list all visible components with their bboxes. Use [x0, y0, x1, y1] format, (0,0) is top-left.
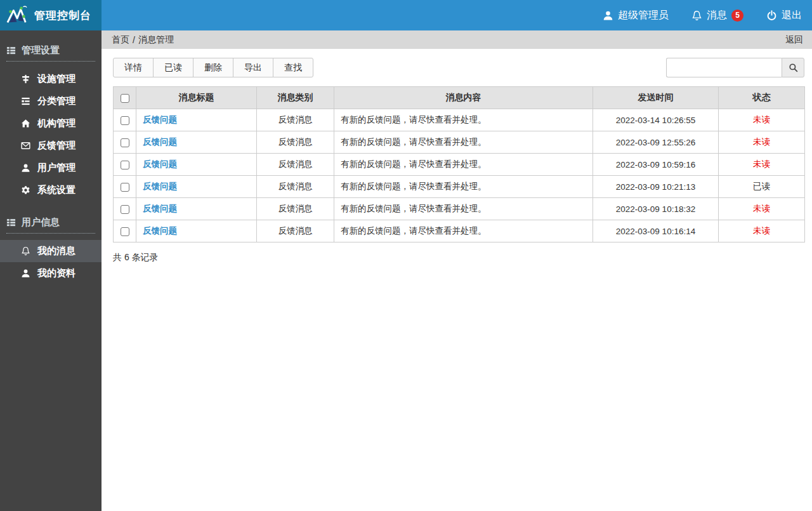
status-cell: 未读	[719, 131, 805, 154]
message-title-link[interactable]: 反馈问题	[143, 204, 177, 213]
brand[interactable]: 管理控制台	[0, 0, 102, 30]
row-checkbox[interactable]	[121, 227, 129, 236]
topbar: 管理控制台 超级管理员 消息 5 退出	[0, 0, 812, 30]
current-user-button[interactable]: 超级管理员	[603, 9, 669, 22]
messages-label: 消息	[707, 9, 727, 22]
send-time-cell: 2022-03-09 10:18:32	[593, 198, 719, 220]
sidebar-item-label: 反馈管理	[37, 140, 75, 152]
message-content-cell: 有新的反馈问题，请尽快查看并处理。	[334, 176, 593, 198]
message-title-cell: 反馈问题	[136, 198, 257, 220]
status-cell: 未读	[719, 198, 805, 220]
search-group	[666, 58, 804, 77]
row-checkbox[interactable]	[121, 138, 129, 147]
back-link[interactable]: 返回	[785, 34, 803, 46]
sidebar-item-system[interactable]: 系统设置	[0, 179, 102, 201]
send-time-cell: 2022-03-09 10:16:14	[593, 220, 719, 242]
sidebar-item-feedback[interactable]: 反馈管理	[0, 135, 102, 157]
home-icon	[21, 119, 30, 128]
row-select-cell	[114, 220, 136, 242]
search-button[interactable]	[782, 58, 804, 77]
sidebar-section-label: 管理设置	[22, 44, 60, 56]
toolbar-button-group: 详情已读删除导出查找	[113, 58, 313, 77]
toolbar-button-detail[interactable]: 详情	[113, 58, 154, 77]
message-content-cell: 有新的反馈问题，请尽快查看并处理。	[334, 198, 593, 220]
message-category-cell: 反馈消息	[257, 131, 334, 154]
toolbar-button-export[interactable]: 导出	[233, 58, 273, 77]
search-input[interactable]	[666, 58, 782, 77]
row-select-cell	[114, 154, 136, 176]
logout-label: 退出	[782, 9, 802, 22]
sidebar-item-label: 用户管理	[37, 162, 75, 174]
row-checkbox[interactable]	[121, 183, 129, 192]
search-icon	[789, 63, 798, 72]
message-category-cell: 反馈消息	[257, 109, 334, 131]
main-area: 管理设置设施管理分类管理机构管理反馈管理用户管理系统设置用户信息我的消息我的资料…	[0, 30, 812, 511]
status-cell: 未读	[719, 109, 805, 131]
user-icon	[21, 163, 30, 173]
sidebar-item-label: 设施管理	[37, 73, 75, 85]
row-select-cell	[114, 198, 136, 220]
status-cell: 已读	[719, 176, 805, 198]
sidebar-item-my-messages[interactable]: 我的消息	[0, 240, 102, 262]
table-header: 消息标题消息类别消息内容发送时间状态	[114, 87, 805, 109]
sidebar-section-title: 用户信息	[0, 211, 102, 233]
status-cell: 未读	[719, 154, 805, 176]
power-icon	[766, 10, 777, 21]
indent-list-icon	[21, 96, 30, 106]
sidebar-item-label: 我的资料	[37, 267, 75, 279]
toolbar-button-delete[interactable]: 删除	[193, 58, 233, 77]
row-select-cell	[114, 176, 136, 198]
messages-badge: 5	[731, 10, 743, 22]
toolbar-button-mark-read[interactable]: 已读	[153, 58, 193, 77]
sidebar-item-my-profile[interactable]: 我的资料	[0, 262, 102, 284]
toolbar-button-find[interactable]: 查找	[273, 58, 313, 77]
message-title-link[interactable]: 反馈问题	[143, 137, 177, 147]
message-content-cell: 有新的反馈问题，请尽快查看并处理。	[334, 131, 593, 154]
user-icon	[603, 10, 613, 21]
content-inner: 详情已读删除导出查找	[102, 49, 812, 263]
col-header-status: 状态	[719, 87, 805, 109]
messages-button[interactable]: 消息 5	[691, 9, 743, 22]
table-header-row: 消息标题消息类别消息内容发送时间状态	[114, 87, 805, 109]
message-title-link[interactable]: 反馈问题	[143, 226, 177, 236]
message-title-cell: 反馈问题	[136, 220, 257, 242]
send-time-cell: 2022-03-09 12:55:26	[593, 131, 719, 154]
message-title-link[interactable]: 反馈问题	[143, 182, 177, 191]
sidebar-item-users[interactable]: 用户管理	[0, 157, 102, 179]
message-title-cell: 反馈问题	[136, 109, 257, 131]
topbar-right: 超级管理员 消息 5 退出	[102, 0, 812, 30]
message-title-link[interactable]: 反馈问题	[143, 115, 177, 124]
status-cell: 未读	[719, 220, 805, 242]
content: 首页 / 消息管理 返回 详情已读删除导出查找	[102, 30, 812, 511]
col-header-time: 发送时间	[593, 87, 719, 109]
table-row: 反馈问题反馈消息有新的反馈问题，请尽快查看并处理。2022-03-09 10:5…	[114, 154, 805, 176]
table-row: 反馈问题反馈消息有新的反馈问题，请尽快查看并处理。2022-03-09 12:5…	[114, 131, 805, 154]
message-title-cell: 反馈问题	[136, 154, 257, 176]
breadcrumb-bar: 首页 / 消息管理 返回	[102, 30, 812, 49]
signpost-icon	[21, 74, 30, 84]
row-checkbox[interactable]	[121, 161, 129, 169]
message-category-cell: 反馈消息	[257, 176, 334, 198]
sidebar-item-category[interactable]: 分类管理	[0, 90, 102, 112]
message-title-cell: 反馈问题	[136, 176, 257, 198]
sidebar-divider	[6, 61, 95, 62]
send-time-cell: 2022-03-09 10:59:16	[593, 154, 719, 176]
sidebar-section-title: 管理设置	[0, 39, 102, 61]
col-header-category: 消息类别	[257, 87, 334, 109]
logout-button[interactable]: 退出	[766, 9, 802, 22]
sidebar-item-organization[interactable]: 机构管理	[0, 112, 102, 135]
breadcrumb-separator: /	[133, 35, 135, 45]
select-all-checkbox[interactable]	[121, 94, 129, 103]
app-root: 管理控制台 超级管理员 消息 5 退出	[0, 0, 812, 511]
sidebar-item-facility[interactable]: 设施管理	[0, 68, 102, 90]
message-category-cell: 反馈消息	[257, 198, 334, 220]
breadcrumb: 首页 / 消息管理	[112, 34, 174, 46]
row-checkbox[interactable]	[121, 205, 129, 214]
gear-icon	[21, 185, 30, 195]
breadcrumb-home[interactable]: 首页	[112, 34, 129, 46]
table-row: 反馈问题反馈消息有新的反馈问题，请尽快查看并处理。2022-03-09 10:2…	[114, 176, 805, 198]
bell-icon	[691, 10, 702, 21]
row-checkbox[interactable]	[121, 116, 129, 125]
message-title-link[interactable]: 反馈问题	[143, 159, 177, 169]
envelope-icon	[21, 141, 30, 150]
